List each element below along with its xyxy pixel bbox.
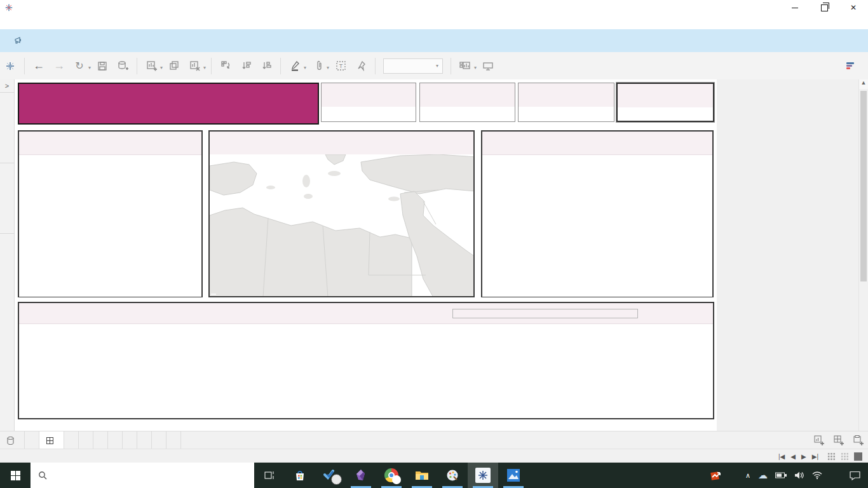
scroll-up-icon[interactable]: ▲: [859, 79, 868, 89]
tableau-logo-icon[interactable]: [2, 58, 18, 74]
kpi-label: [618, 84, 713, 107]
maximize-button[interactable]: [810, 0, 839, 15]
map-attribution: [211, 294, 216, 295]
photos-button[interactable]: [498, 463, 529, 488]
last-sheet-icon[interactable]: ▶|: [812, 453, 818, 460]
bar-x-axis-ticks: [553, 187, 701, 197]
dashboard-grid-icon: [46, 437, 53, 444]
search-icon: [38, 471, 47, 480]
duplicate-sheet-icon[interactable]: [166, 58, 182, 74]
start-button[interactable]: [0, 463, 31, 488]
vertical-scrollbar[interactable]: ▲: [858, 79, 868, 431]
new-worksheet-icon[interactable]: [143, 58, 159, 74]
group-caret-icon[interactable]: ▾: [327, 65, 329, 71]
replay-icon[interactable]: ↻: [71, 58, 88, 74]
search-input[interactable]: [53, 470, 227, 481]
minimize-button[interactable]: [780, 0, 810, 15]
new-story-tab-button[interactable]: [848, 431, 868, 449]
expand-pane-icon[interactable]: >: [0, 79, 14, 93]
group-members-icon[interactable]: [309, 58, 326, 74]
volume-icon[interactable]: [790, 471, 808, 480]
map-body[interactable]: [210, 154, 473, 296]
trend-card: [18, 302, 714, 419]
scrollbar-thumb[interactable]: [860, 91, 867, 281]
kpi-value: [420, 107, 515, 121]
task-view-button[interactable]: [254, 463, 285, 488]
paint-button[interactable]: [437, 463, 468, 488]
pane-tab-dashboard[interactable]: [0, 93, 14, 163]
window-titlebar: ✕: [0, 0, 868, 15]
color-legend[interactable]: [442, 309, 643, 318]
tab-revenue-by-order-type[interactable]: [108, 431, 123, 449]
map-land-shapes: [210, 154, 473, 296]
onedrive-icon[interactable]: ☁: [754, 470, 771, 481]
battery-icon[interactable]: [771, 472, 790, 478]
bar-card-body: [482, 155, 712, 297]
tab-sheet-6[interactable]: [123, 431, 137, 449]
trend-header: [19, 303, 713, 324]
save-icon[interactable]: [94, 58, 111, 74]
tab-sheet-8[interactable]: [152, 431, 166, 449]
legend-gradient-bar: [452, 309, 638, 318]
tab-quantity-vs-revenue[interactable]: [93, 431, 108, 449]
replay-caret-icon[interactable]: ▾: [88, 65, 91, 71]
kpi-average-sales[interactable]: [321, 83, 416, 122]
text-label-icon[interactable]: T: [332, 58, 349, 74]
show-cards-icon[interactable]: [457, 58, 473, 74]
show-me-button[interactable]: [846, 62, 858, 69]
tab-revenuetrendovertime[interactable]: [25, 431, 39, 449]
tab-data-source[interactable]: [0, 431, 25, 449]
undo-icon[interactable]: ←: [31, 58, 47, 74]
file-explorer-icon: [415, 470, 429, 481]
clear-sheet-caret-icon[interactable]: ▾: [203, 65, 206, 71]
stock-widget-icon[interactable]: [706, 470, 726, 481]
kpi-total-revenue[interactable]: [616, 83, 714, 122]
show-cards-caret-icon[interactable]: ▾: [474, 65, 477, 71]
trend-line-chart[interactable]: [65, 327, 710, 388]
file-explorer-button[interactable]: [407, 463, 437, 488]
tab-dashboard-1[interactable]: [39, 431, 64, 449]
tab-sheet-7[interactable]: [137, 431, 152, 449]
microsoft-todo-button[interactable]: [315, 463, 346, 488]
pane-tab-layout[interactable]: [0, 163, 14, 234]
new-worksheet-tab-button[interactable]: [809, 431, 829, 449]
sort-ascending-icon[interactable]: [238, 58, 254, 74]
close-button[interactable]: ✕: [839, 0, 868, 15]
clear-sheet-icon[interactable]: [186, 58, 203, 74]
new-dashboard-tab-button[interactable]: [829, 431, 848, 449]
notification-center-icon[interactable]: [841, 471, 868, 480]
first-sheet-icon[interactable]: |◀: [778, 453, 785, 460]
previous-sheet-icon[interactable]: ◀: [790, 453, 796, 460]
kpi-total-orders[interactable]: [518, 83, 614, 122]
wifi-icon[interactable]: [808, 471, 826, 479]
taskbar-search[interactable]: [31, 463, 254, 488]
tab-total-revenue[interactable]: [166, 431, 181, 449]
sheet-tab-bar: [0, 431, 868, 449]
tab-revenueby-country[interactable]: [79, 431, 93, 449]
highlight-caret-icon[interactable]: ▾: [304, 65, 306, 71]
tabs-view-icon[interactable]: [854, 452, 862, 461]
chrome-button[interactable]: [376, 463, 407, 488]
tab-revenueby-customertype[interactable]: [64, 431, 79, 449]
new-datasource-icon[interactable]: [114, 58, 131, 74]
highlight-icon[interactable]: [287, 58, 303, 74]
next-sheet-icon[interactable]: ▶: [801, 453, 806, 460]
new-worksheet-caret-icon[interactable]: ▾: [160, 65, 163, 71]
fit-selector[interactable]: ▾: [383, 58, 443, 74]
todo-badge: [331, 474, 342, 485]
tableau-taskbar-button[interactable]: [468, 463, 498, 488]
redo-icon[interactable]: →: [51, 58, 67, 74]
microsoft-store-button[interactable]: [285, 463, 315, 488]
pie-chart[interactable]: [78, 194, 147, 263]
kpi-value: [618, 107, 713, 122]
sort-descending-icon[interactable]: [258, 58, 275, 74]
design-app-button[interactable]: [346, 463, 376, 488]
swap-rows-columns-icon[interactable]: [217, 58, 234, 74]
fix-axes-icon[interactable]: [353, 58, 369, 74]
trend-body: [19, 324, 713, 420]
sheet-sorter-icon[interactable]: [827, 452, 836, 461]
filmstrip-view-icon[interactable]: [841, 452, 849, 461]
presentation-mode-icon[interactable]: [480, 58, 496, 74]
tray-expand-icon[interactable]: ∧: [742, 471, 754, 480]
kpi-unit-solids[interactable]: [419, 83, 515, 122]
